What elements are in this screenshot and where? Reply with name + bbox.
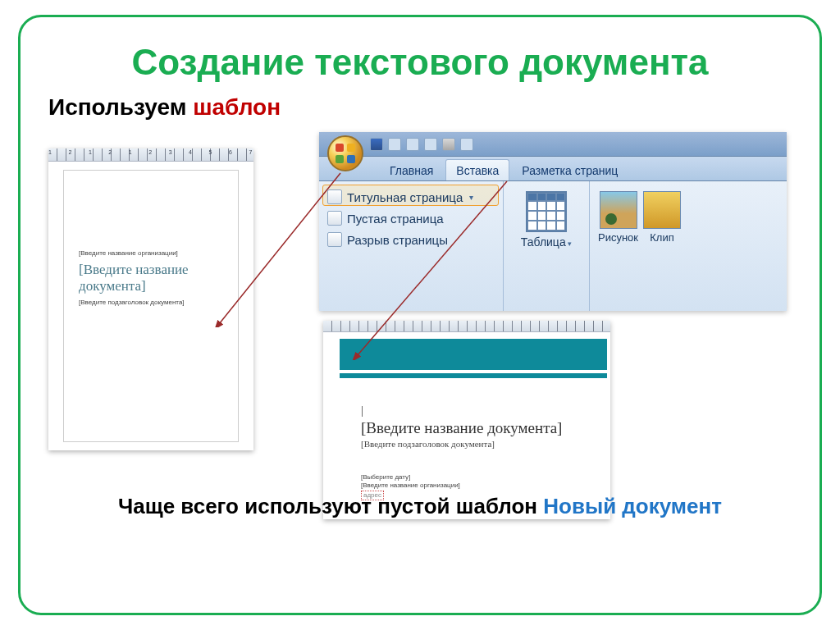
tab-insert[interactable]: Вставка (445, 159, 509, 180)
save-icon[interactable] (370, 138, 383, 151)
office-button[interactable] (327, 135, 363, 171)
subtitle: Используем шаблон (48, 94, 792, 121)
subtitle-placeholder: [Введите подзаголовок документа] (361, 439, 599, 449)
content-area: 1 2 1 2 1 2 3 4 5 6 7 8 9 10 11 12 [Введ… (48, 132, 792, 518)
title-page-label: Титульная страница (347, 190, 463, 204)
footer-text: Чаще всего используют пустой шаблон Новы… (48, 494, 792, 519)
text-cursor: | (361, 404, 599, 418)
subtitle-highlight: шаблон (193, 94, 281, 120)
titlebar (319, 132, 787, 157)
blank-page-label: Пустая страница (347, 212, 444, 226)
document-paper: | [Введите название документа] [Введите … (340, 339, 607, 519)
blank-page-button[interactable]: Пустая страница (327, 211, 495, 226)
preview-icon[interactable] (460, 138, 473, 151)
table-label[interactable]: Таблица (521, 235, 572, 249)
undo-icon[interactable] (388, 138, 401, 151)
table-icon[interactable] (526, 191, 567, 232)
title-placeholder: [Введите название документа] (361, 419, 599, 437)
subtitle-placeholder: [Введите подзаголовок документа] (79, 299, 223, 306)
word-ribbon: Главная Вставка Разметка страниц Титульн… (319, 132, 787, 311)
title-placeholder: [Введите название документа] (79, 262, 223, 295)
clip-button[interactable]: Клип (643, 191, 681, 308)
redo-icon[interactable] (406, 138, 419, 151)
ruler-ticks (323, 321, 610, 331)
title-page-icon (327, 189, 342, 204)
picture-button[interactable]: Рисунок (598, 191, 638, 308)
cover-band (340, 339, 607, 370)
page-break-button[interactable]: Разрыв страницы (327, 232, 495, 247)
page-break-icon (327, 232, 342, 247)
date-placeholder: [Выберите дату] (361, 473, 599, 482)
left-template-preview: 1 2 1 2 1 2 3 4 5 6 7 8 9 10 11 12 [Введ… (48, 148, 253, 450)
office-logo-icon (336, 144, 355, 163)
illustrations-group: Рисунок Клип (590, 181, 787, 311)
right-template-preview: | [Введите название документа] [Введите … (323, 321, 610, 519)
ruler: 1 2 1 2 1 2 3 4 5 6 7 8 9 10 11 12 (48, 148, 253, 162)
clip-icon (643, 191, 681, 229)
open-icon[interactable] (424, 138, 437, 151)
org-placeholder: [Введите название организации] (79, 249, 223, 257)
picture-label: Рисунок (598, 231, 638, 244)
page-break-label: Разрыв страницы (347, 233, 448, 247)
ribbon-body: Титульная страница Пустая страница Разры… (319, 181, 787, 311)
quick-access-toolbar (370, 136, 473, 153)
blank-page-icon (327, 211, 342, 226)
clip-label: Клип (650, 231, 673, 244)
subtitle-prefix: Используем (48, 94, 193, 120)
picture-icon (600, 191, 637, 229)
ruler (323, 321, 610, 332)
cover-strip (340, 373, 607, 378)
cover-content: | [Введите название документа] [Введите … (361, 404, 599, 500)
tables-group: Таблица (504, 181, 590, 311)
footer-highlight: Новый документ (543, 494, 722, 518)
slide-frame: Создание текстового документа Используем… (18, 15, 822, 615)
tab-layout[interactable]: Разметка страниц (512, 160, 628, 180)
slide-title: Создание текстового документа (48, 42, 792, 83)
org-placeholder: [Введите название организации] (361, 482, 599, 490)
footer-prefix: Чаще всего используют пустой шаблон (118, 494, 543, 518)
title-page-button[interactable]: Титульная страница (327, 189, 495, 204)
ribbon-tabs: Главная Вставка Разметка страниц (319, 157, 787, 181)
tab-home[interactable]: Главная (380, 160, 443, 180)
pages-group: Титульная страница Пустая страница Разры… (319, 181, 504, 311)
ruler-numbers: 1 2 1 2 1 2 3 4 5 6 7 8 9 10 11 12 (48, 149, 253, 155)
document-paper: [Введите название организации] [Введите … (63, 170, 239, 442)
print-icon[interactable] (442, 138, 455, 151)
